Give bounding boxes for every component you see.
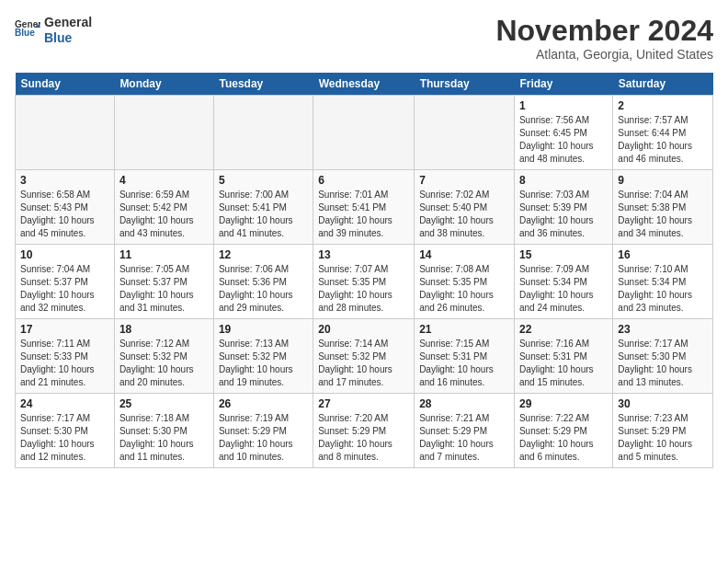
page-header: General Blue General Blue November 2024 … xyxy=(15,15,713,62)
day-number: 16 xyxy=(618,248,708,261)
calendar-cell xyxy=(114,96,213,170)
day-info: Sunrise: 7:12 AM Sunset: 5:32 PM Dayligh… xyxy=(119,338,209,389)
day-info: Sunrise: 7:16 AM Sunset: 5:31 PM Dayligh… xyxy=(519,338,608,389)
calendar-cell: 9Sunrise: 7:04 AM Sunset: 5:38 PM Daylig… xyxy=(613,170,713,245)
svg-text:Blue: Blue xyxy=(15,28,35,38)
calendar-cell: 22Sunrise: 7:16 AM Sunset: 5:31 PM Dayli… xyxy=(514,319,612,394)
column-header-thursday: Thursday xyxy=(415,73,515,96)
logo-icon: General Blue xyxy=(15,17,40,43)
day-number: 15 xyxy=(519,248,608,261)
day-info: Sunrise: 7:01 AM Sunset: 5:41 PM Dayligh… xyxy=(318,189,409,240)
calendar-cell: 21Sunrise: 7:15 AM Sunset: 5:31 PM Dayli… xyxy=(415,319,515,394)
main-title: November 2024 xyxy=(495,15,713,47)
day-number: 27 xyxy=(318,397,409,410)
day-number: 7 xyxy=(419,174,509,187)
day-info: Sunrise: 7:19 AM Sunset: 5:29 PM Dayligh… xyxy=(219,412,308,464)
day-number: 30 xyxy=(618,397,708,410)
calendar-cell: 19Sunrise: 7:13 AM Sunset: 5:32 PM Dayli… xyxy=(213,319,313,394)
day-number: 6 xyxy=(318,174,409,187)
calendar-cell: 18Sunrise: 7:12 AM Sunset: 5:32 PM Dayli… xyxy=(114,319,213,394)
day-number: 19 xyxy=(219,323,308,336)
day-number: 22 xyxy=(519,323,608,336)
day-info: Sunrise: 7:56 AM Sunset: 6:45 PM Dayligh… xyxy=(519,114,608,166)
week-row-2: 3Sunrise: 6:58 AM Sunset: 5:43 PM Daylig… xyxy=(16,170,713,245)
day-info: Sunrise: 7:08 AM Sunset: 5:35 PM Dayligh… xyxy=(419,263,509,315)
column-header-wednesday: Wednesday xyxy=(313,73,415,96)
day-info: Sunrise: 7:10 AM Sunset: 5:34 PM Dayligh… xyxy=(618,263,708,315)
column-header-sunday: Sunday xyxy=(16,73,115,96)
day-info: Sunrise: 7:18 AM Sunset: 5:30 PM Dayligh… xyxy=(119,412,209,464)
day-info: Sunrise: 7:03 AM Sunset: 5:39 PM Dayligh… xyxy=(519,189,608,240)
calendar-cell: 20Sunrise: 7:14 AM Sunset: 5:32 PM Dayli… xyxy=(313,319,415,394)
day-info: Sunrise: 7:06 AM Sunset: 5:36 PM Dayligh… xyxy=(219,263,308,315)
day-info: Sunrise: 7:04 AM Sunset: 5:38 PM Dayligh… xyxy=(618,189,708,240)
calendar-cell: 16Sunrise: 7:10 AM Sunset: 5:34 PM Dayli… xyxy=(613,245,713,319)
calendar-cell: 27Sunrise: 7:20 AM Sunset: 5:29 PM Dayli… xyxy=(313,394,415,468)
day-number: 17 xyxy=(20,323,109,336)
title-block: November 2024 Atlanta, Georgia, United S… xyxy=(495,15,713,62)
logo: General Blue General Blue xyxy=(15,15,92,46)
calendar-cell: 11Sunrise: 7:05 AM Sunset: 5:37 PM Dayli… xyxy=(114,245,213,319)
day-number: 25 xyxy=(119,397,209,410)
day-number: 12 xyxy=(219,248,308,261)
column-header-tuesday: Tuesday xyxy=(213,73,313,96)
day-number: 9 xyxy=(618,174,708,187)
calendar-cell: 14Sunrise: 7:08 AM Sunset: 5:35 PM Dayli… xyxy=(415,245,515,319)
day-info: Sunrise: 7:05 AM Sunset: 5:37 PM Dayligh… xyxy=(119,263,209,315)
week-row-1: 1Sunrise: 7:56 AM Sunset: 6:45 PM Daylig… xyxy=(16,96,713,170)
day-number: 28 xyxy=(419,397,509,410)
day-info: Sunrise: 7:09 AM Sunset: 5:34 PM Dayligh… xyxy=(519,263,608,315)
calendar-cell: 15Sunrise: 7:09 AM Sunset: 5:34 PM Dayli… xyxy=(514,245,612,319)
calendar-cell: 29Sunrise: 7:22 AM Sunset: 5:29 PM Dayli… xyxy=(514,394,612,468)
calendar-cell: 2Sunrise: 7:57 AM Sunset: 6:44 PM Daylig… xyxy=(613,96,713,170)
subtitle: Atlanta, Georgia, United States xyxy=(495,47,713,62)
calendar-cell: 4Sunrise: 6:59 AM Sunset: 5:42 PM Daylig… xyxy=(114,170,213,245)
day-number: 2 xyxy=(618,99,708,112)
calendar-cell: 25Sunrise: 7:18 AM Sunset: 5:30 PM Dayli… xyxy=(114,394,213,468)
day-info: Sunrise: 7:04 AM Sunset: 5:37 PM Dayligh… xyxy=(20,263,109,315)
day-number: 26 xyxy=(219,397,308,410)
calendar-cell xyxy=(16,96,115,170)
day-number: 4 xyxy=(119,174,209,187)
calendar-cell xyxy=(415,96,515,170)
day-info: Sunrise: 7:57 AM Sunset: 6:44 PM Dayligh… xyxy=(618,114,708,166)
logo-general-text: General xyxy=(44,15,92,30)
calendar-cell: 17Sunrise: 7:11 AM Sunset: 5:33 PM Dayli… xyxy=(16,319,115,394)
day-info: Sunrise: 7:17 AM Sunset: 5:30 PM Dayligh… xyxy=(20,412,109,464)
day-number: 5 xyxy=(219,174,308,187)
calendar-table: SundayMondayTuesdayWednesdayThursdayFrid… xyxy=(15,73,713,468)
day-number: 8 xyxy=(519,174,608,187)
day-number: 11 xyxy=(119,248,209,261)
calendar-cell: 28Sunrise: 7:21 AM Sunset: 5:29 PM Dayli… xyxy=(415,394,515,468)
calendar-cell: 6Sunrise: 7:01 AM Sunset: 5:41 PM Daylig… xyxy=(313,170,415,245)
calendar-cell: 1Sunrise: 7:56 AM Sunset: 6:45 PM Daylig… xyxy=(514,96,612,170)
day-info: Sunrise: 7:22 AM Sunset: 5:29 PM Dayligh… xyxy=(519,412,608,464)
day-info: Sunrise: 7:14 AM Sunset: 5:32 PM Dayligh… xyxy=(318,338,409,389)
day-number: 21 xyxy=(419,323,509,336)
day-info: Sunrise: 7:23 AM Sunset: 5:29 PM Dayligh… xyxy=(618,412,708,464)
column-header-friday: Friday xyxy=(514,73,612,96)
calendar-cell xyxy=(213,96,313,170)
day-number: 10 xyxy=(20,248,109,261)
calendar-cell: 12Sunrise: 7:06 AM Sunset: 5:36 PM Dayli… xyxy=(213,245,313,319)
calendar-cell: 30Sunrise: 7:23 AM Sunset: 5:29 PM Dayli… xyxy=(613,394,713,468)
day-number: 1 xyxy=(519,99,608,112)
calendar-cell: 3Sunrise: 6:58 AM Sunset: 5:43 PM Daylig… xyxy=(16,170,115,245)
day-info: Sunrise: 7:13 AM Sunset: 5:32 PM Dayligh… xyxy=(219,338,308,389)
calendar-cell: 24Sunrise: 7:17 AM Sunset: 5:30 PM Dayli… xyxy=(16,394,115,468)
day-info: Sunrise: 6:58 AM Sunset: 5:43 PM Dayligh… xyxy=(20,189,109,240)
calendar-cell: 10Sunrise: 7:04 AM Sunset: 5:37 PM Dayli… xyxy=(16,245,115,319)
day-number: 24 xyxy=(20,397,109,410)
day-info: Sunrise: 7:21 AM Sunset: 5:29 PM Dayligh… xyxy=(419,412,509,464)
calendar-cell: 26Sunrise: 7:19 AM Sunset: 5:29 PM Dayli… xyxy=(213,394,313,468)
calendar-cell: 13Sunrise: 7:07 AM Sunset: 5:35 PM Dayli… xyxy=(313,245,415,319)
week-row-4: 17Sunrise: 7:11 AM Sunset: 5:33 PM Dayli… xyxy=(16,319,713,394)
header-row: SundayMondayTuesdayWednesdayThursdayFrid… xyxy=(16,73,713,96)
calendar-cell: 8Sunrise: 7:03 AM Sunset: 5:39 PM Daylig… xyxy=(514,170,612,245)
day-info: Sunrise: 7:17 AM Sunset: 5:30 PM Dayligh… xyxy=(618,338,708,389)
logo-blue-text: Blue xyxy=(44,30,92,46)
day-info: Sunrise: 7:20 AM Sunset: 5:29 PM Dayligh… xyxy=(318,412,409,464)
column-header-saturday: Saturday xyxy=(613,73,713,96)
day-number: 3 xyxy=(20,174,109,187)
day-info: Sunrise: 7:00 AM Sunset: 5:41 PM Dayligh… xyxy=(219,189,308,240)
